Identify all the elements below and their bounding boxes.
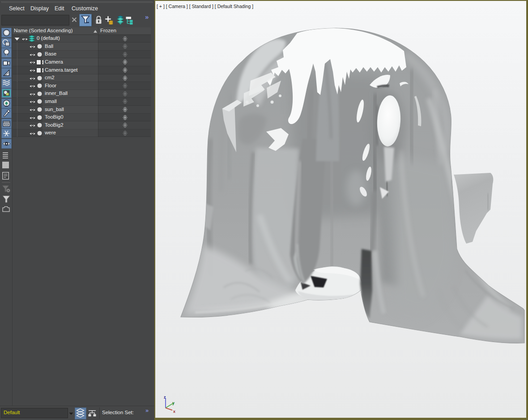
svg-text:y: y [172,401,175,405]
svg-text:x: x [173,409,175,414]
svg-text:z: z [164,395,166,399]
